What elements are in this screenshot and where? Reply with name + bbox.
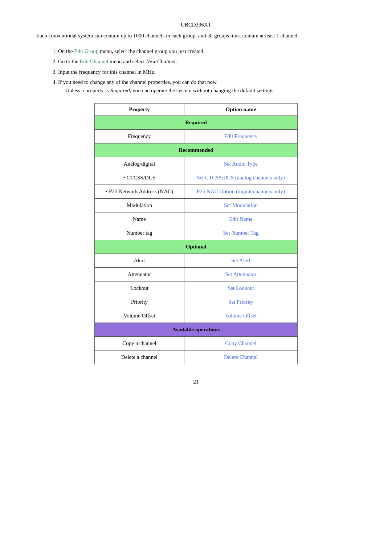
table-row: Frequency Edit Frequency xyxy=(95,130,298,143)
property-analog-digital: Analog/digital xyxy=(95,157,184,171)
section-required: Required xyxy=(95,116,298,130)
table-row: • P25 Network Address (NAC) P25 NAC Opti… xyxy=(95,185,298,199)
option-delete-channel[interactable]: Delete Channel xyxy=(184,351,297,364)
table-row: Name Edit Name xyxy=(95,212,298,226)
option-set-number-tag[interactable]: Set Number Tag xyxy=(184,226,297,240)
property-number-tag: Number tag xyxy=(95,226,184,240)
property-p25-nac: • P25 Network Address (NAC) xyxy=(95,185,184,199)
table-row: • CTCSS/DCS Set CTCSS/DCS (analog channe… xyxy=(95,171,298,185)
col-header-option: Option name xyxy=(184,104,297,116)
property-volume-offset: Volume Offset xyxy=(95,309,184,323)
table-row: Copy a channel Copy Channel xyxy=(95,337,298,351)
table-row: Modulation Set Modulation xyxy=(95,199,298,212)
instruction-4: If you need to change any of the channel… xyxy=(58,78,356,94)
option-p25-nac[interactable]: P25 NAC Option (digital channels only) xyxy=(184,185,297,199)
table-row: Attenuator Set Attenuator xyxy=(95,268,298,281)
option-set-modulation[interactable]: Set Modulation xyxy=(184,199,297,212)
option-set-priority[interactable]: Set Priority xyxy=(184,295,297,309)
property-delete-channel: Delete a channel xyxy=(95,351,184,364)
option-set-lockout[interactable]: Set Lockout xyxy=(184,281,297,295)
option-set-attenuator[interactable]: Set Attenuator xyxy=(184,268,297,281)
instruction-3: Input the frequency for this channel in … xyxy=(58,68,356,76)
section-recommended: Recommended xyxy=(95,143,298,157)
section-optional: Optional xyxy=(95,240,298,254)
table-row: Lockout Set Lockout xyxy=(95,281,298,295)
table-row: Alert Set Alert xyxy=(95,254,298,268)
intro-paragraph: Each conventional system can contain up … xyxy=(36,32,356,40)
option-edit-frequency[interactable]: Edit Frequency xyxy=(184,130,297,143)
edit-group-link[interactable]: Edit Group xyxy=(74,48,98,54)
property-modulation: Modulation xyxy=(95,199,184,212)
property-copy-channel: Copy a channel xyxy=(95,337,184,351)
section-available-label: Available operations xyxy=(95,323,298,337)
table-row: Priority Set Priority xyxy=(95,295,298,309)
col-header-property: Property xyxy=(95,104,184,116)
property-priority: Priority xyxy=(95,295,184,309)
option-volume-offset[interactable]: Volume Offset xyxy=(184,309,297,323)
property-lockout: Lockout xyxy=(95,281,184,295)
section-recommended-label: Recommended xyxy=(95,143,298,157)
option-set-ctcss[interactable]: Set CTCSS/DCS (analog channels only) xyxy=(184,171,297,185)
property-attenuator: Attenuator xyxy=(95,268,184,281)
section-available: Available operations xyxy=(95,323,298,337)
option-edit-name[interactable]: Edit Name xyxy=(184,212,297,226)
option-set-alert[interactable]: Set Alert xyxy=(184,254,297,268)
section-optional-label: Optional xyxy=(95,240,298,254)
page-number: 21 xyxy=(36,379,356,385)
table-row: Delete a channel Delete Channel xyxy=(95,351,298,364)
property-name: Name xyxy=(95,212,184,226)
properties-table: Property Option name Required Frequency … xyxy=(94,103,298,364)
property-frequency: Frequency xyxy=(95,130,184,143)
property-ctcss-dcs: • CTCSS/DCS xyxy=(95,171,184,185)
option-copy-channel[interactable]: Copy Channel xyxy=(184,337,297,351)
edit-channel-link[interactable]: Edit Channel xyxy=(80,58,109,64)
table-row: Volume Offset Volume Offset xyxy=(95,309,298,323)
instructions-list: On the Edit Group menu, select the chann… xyxy=(51,47,356,95)
property-alert: Alert xyxy=(95,254,184,268)
page-title: UBCD396XT xyxy=(36,22,356,28)
option-set-audio-type[interactable]: Set Audio Type xyxy=(184,157,297,171)
table-row: Number tag Set Number Tag xyxy=(95,226,298,240)
section-required-label: Required xyxy=(95,116,298,130)
instruction-2: Go to the Edit Channel menu and select N… xyxy=(58,57,356,66)
table-row: Analog/digital Set Audio Type xyxy=(95,157,298,171)
instruction-1: On the Edit Group menu, select the chann… xyxy=(58,47,356,56)
